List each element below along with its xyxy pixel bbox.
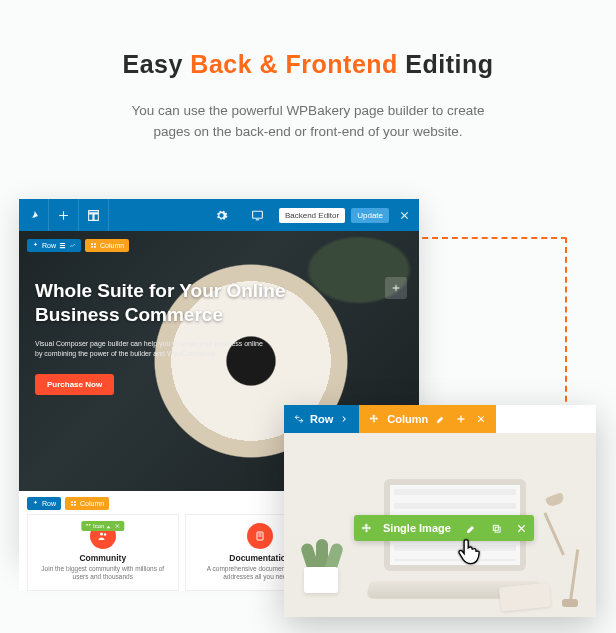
hero-title: Whole Suite for Your Online Business Com…	[35, 279, 295, 327]
svg-rect-0	[253, 211, 263, 218]
panel-column-label: Column	[387, 413, 428, 425]
subtitle-line-1: You can use the powerful WPBakery page b…	[132, 103, 485, 118]
cards-row-label: Row	[42, 500, 56, 507]
close-icon[interactable]	[474, 414, 488, 424]
duplicate-icon[interactable]	[484, 515, 509, 541]
panel-column-handle[interactable]: Column	[359, 405, 496, 433]
svg-point-2	[104, 533, 107, 536]
floating-editor-panel: Row Column Single Image	[284, 405, 596, 617]
backend-editor-button[interactable]: Backend Editor	[279, 208, 345, 223]
page-title: Easy Back & Frontend Editing	[0, 0, 616, 79]
hero-cta-button[interactable]: Purchase Now	[35, 374, 114, 395]
settings-icon[interactable]	[207, 199, 237, 231]
single-image-label: Single Image	[379, 522, 459, 534]
hero-col-label: Column	[100, 242, 124, 249]
svg-point-1	[100, 533, 103, 536]
update-button[interactable]: Update	[351, 208, 389, 223]
page-subtitle: You can use the powerful WPBakery page b…	[0, 101, 616, 143]
documentation-icon	[247, 523, 273, 549]
subtitle-line-2: pages on the back-end or front-end of yo…	[153, 124, 462, 139]
add-element-button[interactable]	[49, 199, 79, 231]
hero-row-chip[interactable]: Row	[27, 239, 81, 252]
hero-description: Visual Composer page builder can help yo…	[35, 339, 265, 360]
cards-row-chip[interactable]: Row	[27, 497, 61, 510]
template-button[interactable]	[79, 199, 109, 231]
card-element-toolbar[interactable]: Icon	[81, 521, 124, 531]
cards-column-chip[interactable]: Column	[65, 497, 109, 510]
move-icon	[367, 414, 381, 424]
panel-row-label: Row	[310, 413, 333, 425]
plant-decor	[298, 533, 344, 593]
card-desc: Join the biggest community with millions…	[34, 565, 172, 582]
card-element-label: Icon	[93, 523, 104, 529]
card-title: Community	[34, 553, 172, 563]
title-pre: Easy	[122, 50, 190, 78]
title-accent: Back & Frontend	[190, 50, 398, 78]
cursor-icon	[456, 537, 482, 567]
svg-rect-5	[495, 527, 500, 532]
responsive-icon[interactable]	[243, 199, 273, 231]
hero-column-chip[interactable]: Column	[85, 239, 129, 252]
chevron-right-icon	[339, 414, 349, 424]
title-post: Editing	[398, 50, 494, 78]
move-icon[interactable]	[354, 515, 379, 541]
svg-rect-4	[493, 525, 498, 530]
close-builder-button[interactable]	[395, 206, 413, 224]
hero-add-button[interactable]	[385, 277, 407, 299]
wpbakery-logo-icon[interactable]	[19, 199, 49, 231]
edit-icon[interactable]	[434, 414, 448, 424]
card-community[interactable]: Icon Community Join the biggest communit…	[27, 514, 179, 591]
laptop-decor	[370, 479, 540, 603]
cards-col-label: Column	[80, 500, 104, 507]
hero-row-label: Row	[42, 242, 56, 249]
add-icon[interactable]	[454, 414, 468, 424]
close-icon[interactable]	[509, 515, 534, 541]
panel-toolbar: Row Column	[284, 405, 596, 433]
panel-canvas[interactable]: Single Image	[284, 433, 596, 617]
panel-row-handle[interactable]: Row	[284, 405, 359, 433]
builder-topbar: Backend Editor Update	[19, 199, 419, 231]
single-image-toolbar[interactable]: Single Image	[354, 515, 534, 541]
lamp-decor	[552, 487, 588, 607]
